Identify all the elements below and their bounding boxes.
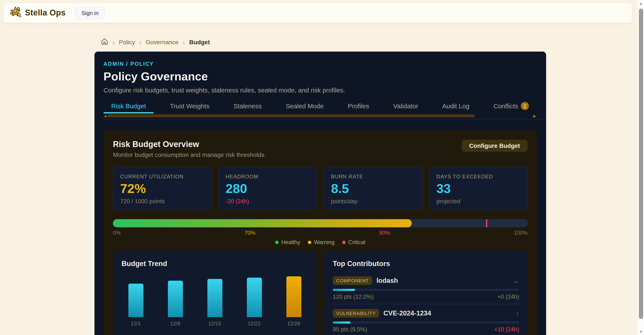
healthy-dot-icon [275,240,279,244]
chevron-right-icon: › [139,39,142,46]
legend-item: Critical [342,239,365,245]
trend-bar [207,279,222,317]
tab-sealed-mode[interactable]: Sealed Mode [278,100,332,113]
breadcrumb-governance[interactable]: Governance [146,39,178,46]
scroll-up-icon[interactable]: ▲ [638,1,644,6]
contributor-row: VULNERABILITY CVE-2024-1234 ↑ 95 pts (9.… [333,304,519,335]
utilization-fill [113,219,412,227]
legend-item: Warning [308,239,334,245]
warning-dot-icon [308,240,311,244]
tabs-scrollbar[interactable]: ◀ ▶ [104,113,546,119]
card-title: Risk Budget Overview [113,140,266,149]
tab-staleness[interactable]: Staleness [226,100,270,113]
trend-bar [168,281,183,317]
arrow-right-icon[interactable]: → [512,277,519,284]
scroll-left-icon[interactable]: ◀ [104,114,106,118]
bar-slot: 12/22 [240,278,268,327]
critical-dot-icon [342,240,346,244]
contributor-track [333,321,519,323]
tabs-bar: Risk Budget Trust Weights Staleness Seal… [104,100,546,120]
scroll-down-icon[interactable]: ▼ [638,330,644,334]
utilization-progress-bar [113,219,528,227]
trend-bar [128,284,143,317]
home-icon[interactable] [101,38,108,47]
vertical-scrollbar-thumb[interactable] [639,9,643,319]
configure-budget-button[interactable]: Configure Budget [462,140,528,152]
card-subtitle: Monitor budget consumption and manage ri… [113,151,266,158]
brand[interactable]: Stella Ops [10,6,66,20]
days-value: 33 [436,181,520,196]
tab-risk-budget[interactable]: Risk Budget [104,100,154,113]
conflicts-count-badge: 2 [521,102,529,110]
stat-current-utilization: CURRENT UTILIZATION 72% 720 / 1000 point… [113,167,212,210]
type-badge: VULNERABILITY [333,309,379,317]
budget-trend-title: Budget Trend [122,260,308,268]
contributor-track [333,289,519,291]
contributor-fill [333,321,350,323]
tab-profiles[interactable]: Profiles [340,100,377,113]
chevron-right-icon: › [183,39,185,46]
utilization-ticks: 0% 70% 90% 100% [113,230,528,236]
risk-budget-overview-card: Risk Budget Overview Monitor budget cons… [104,130,537,335]
hero-section: ADMIN / POLICY Policy Governance Configu… [94,52,546,335]
top-contributors-panel: Top Contributors COMPONENT lodash → 120 … [324,251,528,335]
trend-bar [247,278,262,317]
bar-slot: 12/29 [280,276,308,327]
page-title: Policy Governance [104,70,537,83]
type-badge: COMPONENT [333,276,372,285]
stat-cards: CURRENT UTILIZATION 72% 720 / 1000 point… [113,167,528,210]
status-legend: Healthy Warning Critical [113,239,528,245]
bar-label: 12/8 [170,320,180,327]
bar-label: 12/1 [131,320,141,327]
stat-burn-rate: BURN RATE 8.5 points/day [324,167,422,210]
scroll-right-icon[interactable]: ▶ [533,114,536,118]
burn-rate-value: 8.5 [331,181,415,196]
bar-slot: 12/15 [200,279,229,327]
bar-label: 12/15 [208,320,221,327]
tab-validator[interactable]: Validator [386,100,426,113]
bar-slot: 12/1 [122,284,150,327]
tabs-scrollbar-thumb[interactable] [107,114,475,117]
brand-name: Stella Ops [25,8,66,18]
top-contributors-title: Top Contributors [333,260,519,268]
tab-conflicts[interactable]: Conflicts 2 [486,100,537,113]
stella-ops-logo-icon [10,6,22,20]
tab-truncated[interactable]: Pl [545,100,546,113]
contributor-fill [333,289,355,291]
breadcrumb-budget: Budget [189,39,210,46]
stat-days-to-exceeded: DAYS TO EXCEEDED 33 projected [429,167,528,210]
bar-label: 12/29 [287,320,300,327]
topbar: Stella Ops Sign in [4,3,632,23]
tab-trust-weights[interactable]: Trust Weights [162,100,217,113]
contributor-row: COMPONENT lodash → 120 pts (12.0%) +0 (2… [333,272,519,304]
tab-audit-log[interactable]: Audit Log [434,100,477,113]
legend-item: Healthy [275,239,300,245]
stat-headroom: HEADROOM 280 -20 (24h) [218,167,317,210]
bar-label: 12/22 [248,320,260,327]
vertical-scrollbar[interactable]: ▲ ▼ [638,0,644,335]
breadcrumb: › Policy › Governance › Budget [101,38,210,47]
budget-trend-panel: Budget Trend 12/112/812/1512/2212/29 [113,251,316,335]
sign-in-button[interactable]: Sign in [75,7,105,19]
tabs: Risk Budget Trust Weights Staleness Seal… [104,100,546,113]
eyebrow: ADMIN / POLICY [104,61,537,67]
budget-trend-bars: 12/112/812/1512/2212/29 [122,268,308,327]
breadcrumb-policy[interactable]: Policy [119,39,135,46]
page: Stella Ops Sign in › Policy › Governance… [0,0,644,335]
utilization-value: 72% [120,181,204,196]
bar-slot: 12/8 [161,281,189,327]
chevron-right-icon: › [112,39,115,46]
critical-marker [486,219,487,227]
arrow-up-icon[interactable]: ↑ [516,310,519,317]
headroom-value: 280 [226,181,310,196]
page-subtitle: Configure risk budgets, trust weights, s… [104,86,537,94]
trend-bar [286,276,301,317]
